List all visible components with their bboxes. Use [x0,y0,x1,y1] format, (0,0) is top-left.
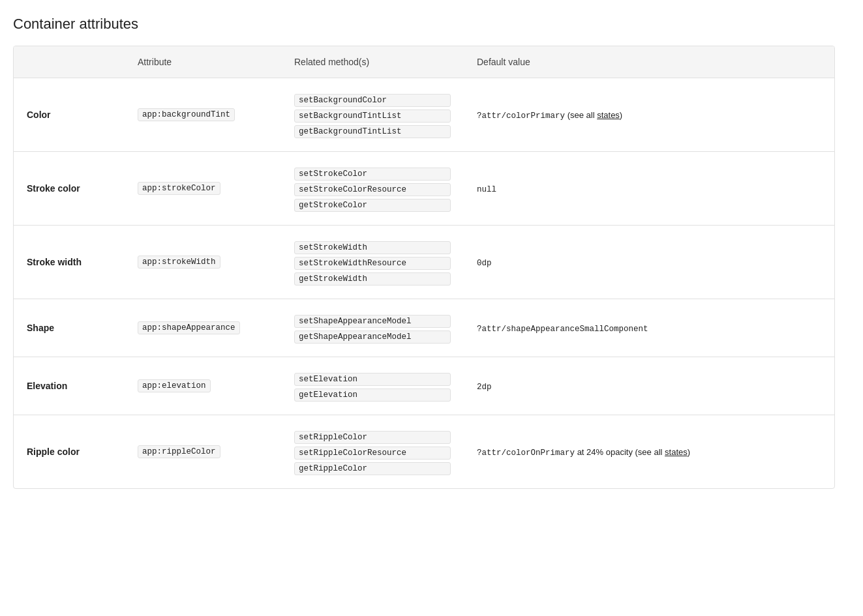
attribute-code: app:elevation [138,379,211,392]
row-name: Shape [14,299,125,357]
default-code: 0dp [477,259,492,268]
row-default: 2dp [464,357,834,415]
table-row: Colorapp:backgroundTintsetBackgroundColo… [14,78,834,152]
attribute-code: app:rippleColor [138,445,220,458]
row-attribute: app:backgroundTint [125,78,281,152]
default-code: 2dp [477,383,492,392]
row-default: ?attr/colorPrimary (see all states) [464,78,834,152]
row-default: null [464,152,834,226]
col-header-methods: Related method(s) [281,46,464,78]
table-row: Stroke widthapp:strokeWidthsetStrokeWidt… [14,226,834,299]
method-code: getElevation [294,389,451,402]
attributes-table: Attribute Related method(s) Default valu… [14,46,834,488]
row-attribute: app:rippleColor [125,415,281,489]
col-header-name [14,46,125,78]
row-name: Stroke width [14,226,125,299]
attribute-code: app:strokeWidth [138,256,220,269]
default-code: null [477,185,496,194]
method-code: setStrokeWidthResource [294,257,451,270]
attribute-code: app:shapeAppearance [138,321,240,334]
method-code: getStrokeWidth [294,272,451,286]
table-row: Ripple colorapp:rippleColorsetRippleColo… [14,415,834,489]
method-code: setBackgroundColor [294,94,451,107]
row-attribute: app:shapeAppearance [125,299,281,357]
row-default: 0dp [464,226,834,299]
method-code: setRippleColorResource [294,447,451,460]
default-mixed: ?attr/colorPrimary (see all states) [477,110,622,120]
method-code: setShapeAppearanceModel [294,315,451,328]
default-states-link[interactable]: states [597,110,620,120]
attribute-code: app:strokeColor [138,182,220,195]
table-row: Stroke colorapp:strokeColorsetStrokeColo… [14,152,834,226]
method-code: getBackgroundTintList [294,125,451,138]
row-methods: setElevationgetElevation [281,357,464,415]
attributes-table-wrapper: Attribute Related method(s) Default valu… [13,46,835,489]
default-code: ?attr/shapeAppearanceSmallComponent [477,325,648,334]
col-header-attribute: Attribute [125,46,281,78]
default-mixed: ?attr/colorOnPrimary at 24% opacity (see… [477,447,690,457]
row-methods: setStrokeColorsetStrokeColorResourcegetS… [281,152,464,226]
page-title: Container attributes [13,16,850,33]
table-row: Shapeapp:shapeAppearancesetShapeAppearan… [14,299,834,357]
table-header-row: Attribute Related method(s) Default valu… [14,46,834,78]
row-methods: setBackgroundColorsetBackgroundTintListg… [281,78,464,152]
row-name: Stroke color [14,152,125,226]
row-methods: setRippleColorsetRippleColorResourcegetR… [281,415,464,489]
default-code-inline: ?attr/colorOnPrimary [477,448,575,458]
row-attribute: app:elevation [125,357,281,415]
method-code: setElevation [294,373,451,386]
row-methods: setStrokeWidthsetStrokeWidthResourcegetS… [281,226,464,299]
row-default: ?attr/shapeAppearanceSmallComponent [464,299,834,357]
method-code: setStrokeColorResource [294,183,451,196]
method-code: getStrokeColor [294,199,451,212]
row-name: Ripple color [14,415,125,489]
method-code: getRippleColor [294,462,451,475]
row-name: Color [14,78,125,152]
row-attribute: app:strokeWidth [125,226,281,299]
method-code: setBackgroundTintList [294,110,451,123]
method-code: getShapeAppearanceModel [294,330,451,344]
col-header-default: Default value [464,46,834,78]
table-row: Elevationapp:elevationsetElevationgetEle… [14,357,834,415]
default-code-inline: ?attr/colorPrimary [477,111,565,121]
row-default: ?attr/colorOnPrimary at 24% opacity (see… [464,415,834,489]
row-name: Elevation [14,357,125,415]
method-code: setStrokeWidth [294,241,451,254]
method-code: setStrokeColor [294,168,451,181]
row-methods: setShapeAppearanceModelgetShapeAppearanc… [281,299,464,357]
row-attribute: app:strokeColor [125,152,281,226]
default-states-link[interactable]: states [665,447,688,457]
method-code: setRippleColor [294,431,451,444]
attribute-code: app:backgroundTint [138,108,235,121]
